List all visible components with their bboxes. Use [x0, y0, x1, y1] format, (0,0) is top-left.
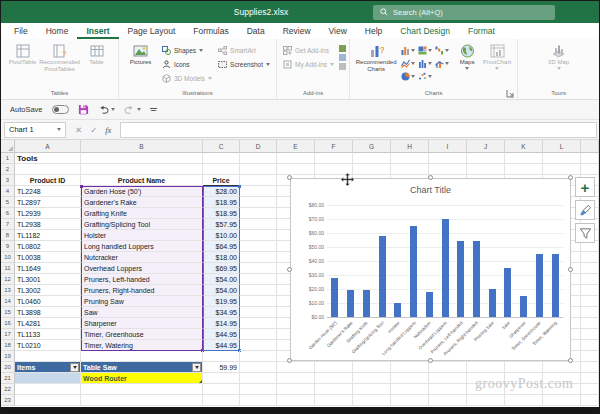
cell[interactable]: [15, 351, 81, 362]
row-header-23[interactable]: 23: [1, 395, 15, 406]
chart-bar-6[interactable]: [426, 292, 433, 317]
cell[interactable]: [240, 252, 277, 263]
cell[interactable]: [581, 384, 599, 395]
row-header-3[interactable]: 3: [1, 175, 15, 186]
insert-scatter-chart-button[interactable]: [418, 72, 435, 81]
tab-help[interactable]: Help: [356, 23, 391, 39]
cell[interactable]: [240, 296, 277, 307]
cell[interactable]: [467, 164, 505, 175]
cell[interactable]: [353, 395, 391, 406]
insert-pie-chart-button[interactable]: [401, 72, 418, 81]
name-box[interactable]: Chart 1: [4, 122, 66, 138]
cell[interactable]: [315, 373, 353, 384]
cell-C13[interactable]: $54.00: [203, 285, 240, 296]
cell-A11[interactable]: TL1649: [15, 263, 81, 274]
cell[interactable]: [240, 197, 277, 208]
cell-B17[interactable]: Timer, Greenhouse: [81, 329, 203, 340]
cell-C4[interactable]: $28.00: [203, 186, 240, 197]
cell-B13[interactable]: Pruners, Right-handed: [81, 285, 203, 296]
cell-A20[interactable]: Items: [15, 362, 81, 373]
insert-column-chart-button[interactable]: [401, 46, 418, 55]
cell-B18[interactable]: Timer, Watering: [81, 340, 203, 351]
cell[interactable]: [581, 153, 599, 164]
cell[interactable]: [203, 164, 240, 175]
cell-C20[interactable]: 59.99: [203, 362, 240, 373]
row-header-4[interactable]: 4: [1, 186, 15, 197]
chart-bar-7[interactable]: [442, 219, 449, 317]
cell[interactable]: [315, 384, 353, 395]
cell-B6[interactable]: Grafting Knife: [81, 208, 203, 219]
cancel-icon[interactable]: ✕: [75, 125, 82, 135]
chart-bar-13[interactable]: [536, 254, 543, 317]
tab-chart-design[interactable]: Chart Design: [391, 23, 459, 39]
chart-elements-button[interactable]: +: [575, 177, 595, 197]
row-header-20[interactable]: 20: [1, 362, 15, 373]
chart-selection-handle[interactable]: [287, 175, 292, 180]
cell[interactable]: [81, 384, 203, 395]
column-header-D[interactable]: D: [240, 140, 277, 153]
cell[interactable]: [543, 164, 581, 175]
insert-statistic-chart-button[interactable]: [418, 59, 435, 68]
row-header-18[interactable]: 18: [1, 340, 15, 351]
cell-C9[interactable]: $64.95: [203, 241, 240, 252]
cell[interactable]: [581, 263, 599, 274]
cell-A17[interactable]: TL1133: [15, 329, 81, 340]
column-header[interactable]: [581, 140, 599, 153]
cell-C11[interactable]: $69.95: [203, 263, 240, 274]
row-header-5[interactable]: 5: [1, 197, 15, 208]
row-header-12[interactable]: 12: [1, 274, 15, 285]
cell-A8[interactable]: TL1182: [15, 230, 81, 241]
insert-hierarchy-chart-button[interactable]: [418, 46, 435, 55]
chart-bar-2[interactable]: [363, 290, 370, 317]
cell[interactable]: [277, 384, 315, 395]
insert-combo-chart-button[interactable]: [435, 59, 452, 68]
chart-bar-4[interactable]: [394, 303, 401, 317]
cell[interactable]: [240, 395, 277, 406]
pictures-button[interactable]: Pictures: [122, 42, 159, 66]
column-header-L[interactable]: L: [543, 140, 581, 153]
cell[interactable]: [277, 153, 315, 164]
column-header-A[interactable]: A: [15, 140, 81, 153]
cell[interactable]: [543, 362, 581, 373]
column-header-E[interactable]: E: [277, 140, 315, 153]
tab-file[interactable]: File: [5, 23, 37, 39]
row-header-7[interactable]: 7: [1, 219, 15, 230]
cell[interactable]: [543, 395, 581, 406]
cell[interactable]: [391, 153, 429, 164]
cell-B5[interactable]: Gardener's Rake: [81, 197, 203, 208]
cell[interactable]: [353, 373, 391, 384]
cell-A21[interactable]: [15, 373, 81, 384]
maps-button[interactable]: Maps: [454, 42, 480, 70]
chart-bar-0[interactable]: [331, 278, 338, 317]
tab-page-layout[interactable]: Page Layout: [119, 23, 185, 39]
cell[interactable]: [581, 307, 599, 318]
cell[interactable]: [240, 153, 277, 164]
cell-B7[interactable]: Grafting/Splicing Tool: [81, 219, 203, 230]
cell-B3[interactable]: Product Name: [81, 175, 203, 186]
row-header-16[interactable]: 16: [1, 318, 15, 329]
formula-input[interactable]: [120, 122, 597, 138]
save-icon[interactable]: [78, 104, 89, 115]
cell[interactable]: [240, 351, 277, 362]
cell[interactable]: [581, 318, 599, 329]
chart-bar-14[interactable]: [552, 254, 559, 317]
cell-C15[interactable]: $34.95: [203, 307, 240, 318]
tab-data[interactable]: Data: [238, 23, 274, 39]
tab-view[interactable]: View: [320, 23, 356, 39]
cell[interactable]: [240, 230, 277, 241]
cell[interactable]: [240, 362, 277, 373]
cell-C6[interactable]: $18.95: [203, 208, 240, 219]
cell[interactable]: [543, 153, 581, 164]
cell[interactable]: [581, 252, 599, 263]
cell[interactable]: [240, 285, 277, 296]
column-header-G[interactable]: G: [353, 140, 391, 153]
cell[interactable]: [203, 395, 240, 406]
cell-B14[interactable]: Pruning Saw: [81, 296, 203, 307]
tab-format[interactable]: Format: [459, 23, 504, 39]
cell[interactable]: [240, 263, 277, 274]
cell[interactable]: [240, 186, 277, 197]
row-header-15[interactable]: 15: [1, 307, 15, 318]
my-addins-button[interactable]: My Add-ins: [280, 57, 337, 71]
cell-A1[interactable]: Tools: [15, 153, 81, 164]
column-header-C[interactable]: C: [203, 140, 240, 153]
